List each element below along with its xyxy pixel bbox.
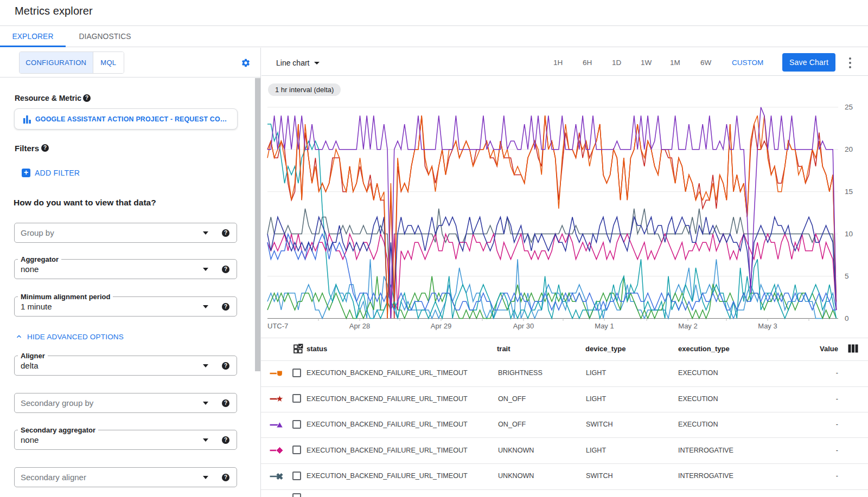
svg-text:May 2: May 2 bbox=[678, 322, 697, 330]
svg-text:5: 5 bbox=[845, 272, 849, 280]
svg-text:May 3: May 3 bbox=[758, 322, 777, 330]
svg-text:0: 0 bbox=[845, 314, 849, 322]
svg-text:May 1: May 1 bbox=[595, 322, 614, 330]
svg-text:UTC-7: UTC-7 bbox=[267, 322, 288, 330]
svg-text:10: 10 bbox=[845, 230, 853, 238]
svg-text:Apr 28: Apr 28 bbox=[349, 322, 370, 330]
svg-text:20: 20 bbox=[845, 145, 853, 153]
svg-text:25: 25 bbox=[845, 103, 853, 111]
svg-text:Apr 29: Apr 29 bbox=[431, 322, 451, 330]
svg-text:Apr 30: Apr 30 bbox=[513, 322, 534, 330]
svg-text:15: 15 bbox=[845, 188, 853, 196]
